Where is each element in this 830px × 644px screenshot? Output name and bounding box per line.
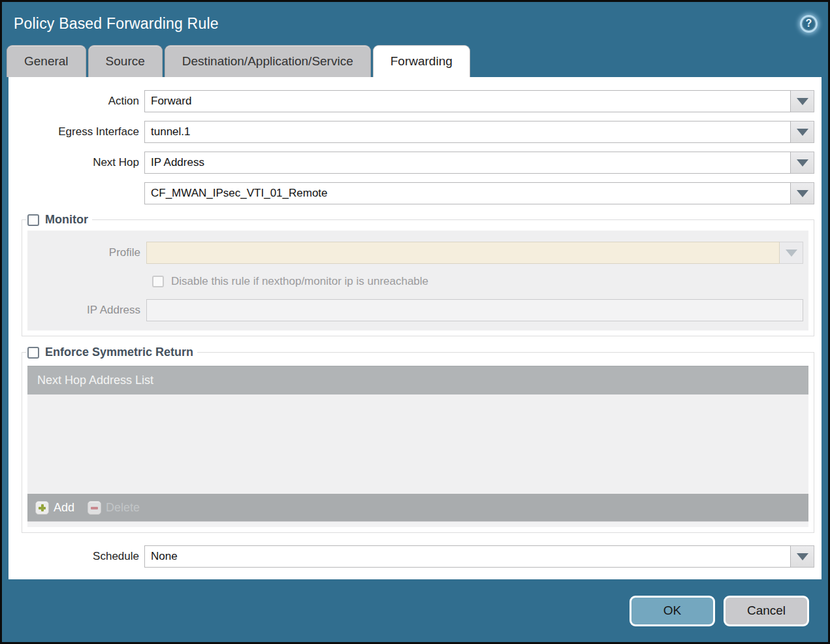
help-icon[interactable]: ? — [800, 15, 818, 33]
table-header-label: Next Hop Address List — [37, 374, 153, 387]
profile-select — [146, 242, 780, 264]
forwarding-tab-content: Action Forward Egress Interface tunnel.1 — [8, 77, 822, 579]
action-value: Forward — [151, 95, 191, 108]
monitor-panel: Profile Disable this rule if nexthop/mon… — [27, 231, 808, 330]
schedule-label: Schedule — [8, 550, 144, 563]
dialog-title: Policy Based Forwarding Rule — [14, 15, 219, 33]
minus-icon — [88, 501, 101, 515]
chevron-down-icon — [786, 250, 797, 257]
egress-interface-select[interactable]: tunnel.1 — [144, 121, 791, 143]
next-hop-type-value: IP Address — [151, 156, 204, 169]
question-mark-glyph: ? — [806, 18, 812, 29]
next-hop-address-value: CF_MWAN_IPsec_VTI_01_Remote — [151, 187, 328, 200]
monitor-legend: Monitor — [26, 213, 92, 227]
monitor-ip-input — [146, 299, 803, 321]
schedule-dropdown-button[interactable] — [791, 545, 814, 568]
tab-destination-application-service[interactable]: Destination/Application/Service — [165, 45, 371, 77]
disable-rule-checkbox — [152, 276, 164, 287]
ok-button[interactable]: OK — [630, 596, 715, 626]
next-hop-address-row: CF_MWAN_IPsec_VTI_01_Remote — [8, 182, 814, 204]
plus-icon — [35, 501, 49, 515]
action-dropdown-button[interactable] — [791, 90, 814, 112]
profile-dropdown-button — [780, 242, 803, 264]
action-row: Action Forward — [8, 90, 814, 112]
egress-interface-value: tunnel.1 — [151, 125, 191, 138]
action-select[interactable]: Forward — [144, 90, 791, 112]
next-hop-row: Next Hop IP Address — [8, 152, 814, 174]
table-bottom-strip — [27, 521, 808, 527]
monitor-section: Monitor Profile Disabl — [22, 213, 814, 336]
tab-general[interactable]: General — [7, 45, 86, 77]
monitor-ip-row: IP Address — [27, 299, 803, 321]
table-header: Next Hop Address List — [27, 366, 808, 394]
dialog-window: Policy Based Forwarding Rule ? General S… — [0, 0, 830, 644]
enforce-symmetric-return-legend: Enforce Symmetric Return — [26, 346, 197, 359]
add-button-label: Add — [54, 501, 74, 515]
chevron-down-icon — [797, 159, 808, 167]
monitor-legend-label: Monitor — [45, 213, 88, 227]
egress-interface-row: Egress Interface tunnel.1 — [8, 121, 814, 143]
chevron-down-icon — [797, 190, 808, 197]
delete-button-label: Delete — [106, 501, 140, 515]
next-hop-address-table: Next Hop Address List Add Delete — [27, 366, 808, 527]
schedule-select[interactable]: None — [144, 545, 791, 568]
enforce-symmetric-return-legend-label: Enforce Symmetric Return — [45, 346, 193, 359]
enforce-symmetric-return-checkbox[interactable] — [27, 347, 39, 359]
next-hop-address-dropdown-button[interactable] — [791, 182, 814, 204]
profile-label: Profile — [27, 246, 146, 259]
schedule-row: Schedule None — [8, 545, 814, 568]
monitor-ip-label: IP Address — [27, 304, 146, 317]
dialog-footer: OK Cancel — [2, 579, 828, 642]
chevron-down-icon — [797, 98, 808, 105]
table-footer: Add Delete — [27, 494, 808, 521]
action-label: Action — [8, 95, 144, 108]
add-button[interactable]: Add — [35, 501, 74, 515]
next-hop-type-select[interactable]: IP Address — [144, 152, 791, 174]
next-hop-address-select[interactable]: CF_MWAN_IPsec_VTI_01_Remote — [144, 182, 791, 204]
profile-row: Profile — [27, 242, 803, 264]
table-body-empty — [27, 394, 808, 494]
title-bar: Policy Based Forwarding Rule ? — [2, 2, 828, 45]
disable-rule-row: Disable this rule if nexthop/monitor ip … — [152, 275, 803, 288]
tab-source[interactable]: Source — [88, 45, 163, 77]
chevron-down-icon — [797, 129, 808, 136]
schedule-value: None — [151, 550, 178, 563]
chevron-down-icon — [797, 553, 808, 560]
tab-bar: General Source Destination/Application/S… — [2, 45, 828, 77]
egress-interface-dropdown-button[interactable] — [791, 121, 814, 143]
egress-interface-label: Egress Interface — [8, 125, 144, 138]
disable-rule-label: Disable this rule if nexthop/monitor ip … — [171, 275, 428, 288]
enforce-symmetric-return-section: Enforce Symmetric Return Next Hop Addres… — [22, 346, 814, 533]
tab-forwarding[interactable]: Forwarding — [373, 45, 470, 77]
delete-button[interactable]: Delete — [88, 501, 140, 515]
monitor-checkbox[interactable] — [27, 214, 39, 226]
next-hop-label: Next Hop — [8, 156, 144, 169]
cancel-button[interactable]: Cancel — [724, 596, 809, 626]
next-hop-dropdown-button[interactable] — [791, 152, 814, 174]
